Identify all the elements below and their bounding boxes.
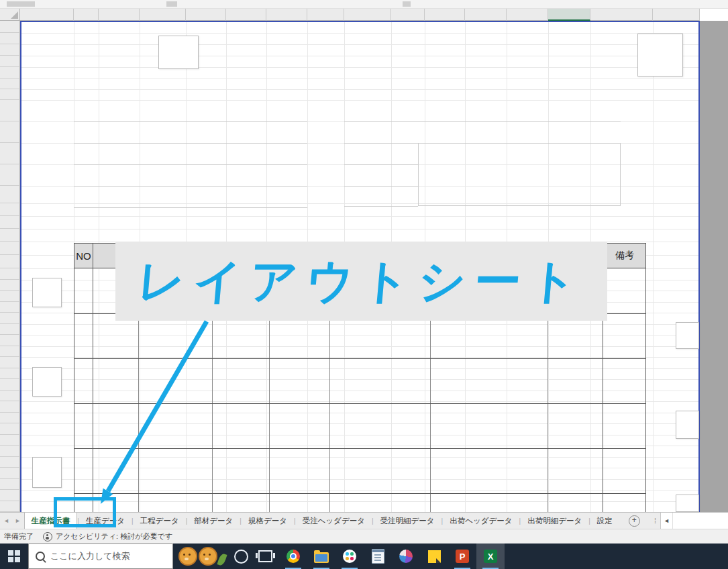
leaf-sticker-icon xyxy=(217,553,227,566)
row-header-31[interactable] xyxy=(0,368,20,379)
column-header-O[interactable] xyxy=(590,9,653,21)
row-header-43[interactable] xyxy=(0,501,20,512)
row-header-29[interactable] xyxy=(0,346,20,357)
tab-nav-right-icon[interactable]: ► xyxy=(15,517,21,524)
row-header-12[interactable] xyxy=(0,143,20,164)
column-header-H[interactable] xyxy=(307,9,344,21)
paint-3d-button[interactable] xyxy=(392,544,420,569)
row-header-23[interactable] xyxy=(0,280,20,291)
row-header-10[interactable] xyxy=(0,121,20,143)
table-header-remarks: 備考 xyxy=(602,244,647,268)
row-header-18[interactable] xyxy=(0,216,20,229)
column-header-D[interactable] xyxy=(140,9,186,21)
lion-sticker-icon xyxy=(199,547,217,566)
sheet-tab-10[interactable]: 設定 xyxy=(590,513,619,529)
row-header-21[interactable] xyxy=(0,255,20,268)
form-cell-border xyxy=(74,121,307,122)
row-header-35[interactable] xyxy=(0,413,20,423)
column-header-B[interactable] xyxy=(74,9,99,21)
powerpoint-button[interactable]: P xyxy=(448,544,476,569)
row-header-42[interactable] xyxy=(0,490,20,501)
row-header-7[interactable] xyxy=(0,89,20,100)
powerpoint-icon: P xyxy=(456,550,469,563)
column-header-P[interactable] xyxy=(653,9,700,21)
chrome-button[interactable] xyxy=(279,544,307,569)
placeholder-box xyxy=(32,457,62,488)
file-explorer-button[interactable] xyxy=(307,544,335,569)
column-header-N[interactable] xyxy=(548,9,590,21)
column-header-J[interactable] xyxy=(391,9,425,21)
form-cell-border xyxy=(74,186,307,187)
column-header-C[interactable] xyxy=(99,9,140,21)
cortana-button[interactable] xyxy=(231,544,251,569)
row-header-17[interactable] xyxy=(0,203,20,216)
row-header-22[interactable] xyxy=(0,268,20,280)
row-header-14[interactable] xyxy=(0,164,20,186)
row-header-27[interactable] xyxy=(0,324,20,335)
accessibility-text: アクセシビリティ: 検討が必要です xyxy=(56,531,172,541)
row-header-39[interactable] xyxy=(0,457,20,468)
row-header-24[interactable] xyxy=(0,291,20,302)
row-header-19[interactable] xyxy=(0,229,20,242)
print-area-border-top xyxy=(20,21,700,22)
horizontal-scrollbar[interactable]: ◄ xyxy=(660,513,728,529)
placeholder-box xyxy=(637,34,683,76)
table-row-line xyxy=(74,358,645,359)
sticker-widget[interactable] xyxy=(173,547,231,566)
row-header-4[interactable] xyxy=(0,56,20,67)
row-header-33[interactable] xyxy=(0,391,20,401)
column-header-K[interactable] xyxy=(425,9,465,21)
row-header-16[interactable] xyxy=(0,186,20,203)
sheet-tab-6[interactable]: 受注ヘッダデータ xyxy=(296,513,372,529)
sheet-tab-4[interactable]: 部材データ xyxy=(187,513,240,529)
row-header-6[interactable] xyxy=(0,79,20,89)
row-header-3[interactable] xyxy=(0,44,20,56)
row-header-26[interactable] xyxy=(0,313,20,324)
row-header-41[interactable] xyxy=(0,479,20,490)
row-header-32[interactable] xyxy=(0,379,20,391)
taskbar-search-input[interactable]: ここに入力して検索 xyxy=(28,544,173,569)
row-header-30[interactable] xyxy=(0,357,20,368)
row-header-34[interactable] xyxy=(0,401,20,413)
column-header-L[interactable] xyxy=(465,9,507,21)
task-view-button[interactable] xyxy=(251,544,279,569)
notepad-button[interactable] xyxy=(364,544,392,569)
tabbar-resize-handle[interactable]: ⁞ xyxy=(654,513,660,529)
row-header-5[interactable] xyxy=(0,67,20,79)
row-header-8[interactable] xyxy=(0,100,20,121)
new-sheet-button[interactable]: + xyxy=(629,513,640,529)
sheet-tab-8[interactable]: 出荷ヘッダデータ xyxy=(443,513,519,529)
row-header-20[interactable] xyxy=(0,242,20,255)
worksheet-area[interactable]: NO備考レイアウトシート xyxy=(0,0,728,512)
row-header-28[interactable] xyxy=(0,335,20,346)
excel-button[interactable]: X xyxy=(476,544,505,569)
column-header-F[interactable] xyxy=(226,9,266,21)
scroll-left-icon[interactable]: ◄ xyxy=(661,513,673,529)
column-header-I[interactable] xyxy=(344,9,391,21)
accessibility-status[interactable]: アクセシビリティ: 検討が必要です xyxy=(43,531,172,541)
tab-nav-left-icon[interactable]: ◄ xyxy=(3,517,9,524)
sheet-tab-5[interactable]: 規格データ xyxy=(242,513,294,529)
annotation-overlay: レイアウトシート xyxy=(115,242,607,321)
form-cell-border xyxy=(74,143,307,144)
row-header-40[interactable] xyxy=(0,468,20,479)
row-header-25[interactable] xyxy=(0,302,20,313)
gridline-vertical xyxy=(653,21,654,512)
row-header-36[interactable] xyxy=(0,423,20,435)
form-cell-border xyxy=(344,186,418,187)
sheet-tab-7[interactable]: 受注明細データ xyxy=(374,513,441,529)
column-header-M[interactable] xyxy=(507,9,548,21)
slack-button[interactable] xyxy=(335,544,364,569)
sticky-notes-button[interactable] xyxy=(420,544,448,569)
column-header-E[interactable] xyxy=(186,9,226,21)
sheet-tab-9[interactable]: 出荷明細データ xyxy=(521,513,588,529)
tab-nav-arrows[interactable]: ◄ ► xyxy=(0,513,24,529)
column-header-G[interactable] xyxy=(266,9,307,21)
row-header-38[interactable] xyxy=(0,446,20,457)
row-header-37[interactable] xyxy=(0,435,20,446)
start-button[interactable] xyxy=(0,544,28,569)
row-header-1[interactable] xyxy=(0,21,20,33)
column-header-A[interactable] xyxy=(20,9,74,21)
sheet-tab-3[interactable]: 工程データ xyxy=(134,513,186,529)
row-header-2[interactable] xyxy=(0,33,20,44)
